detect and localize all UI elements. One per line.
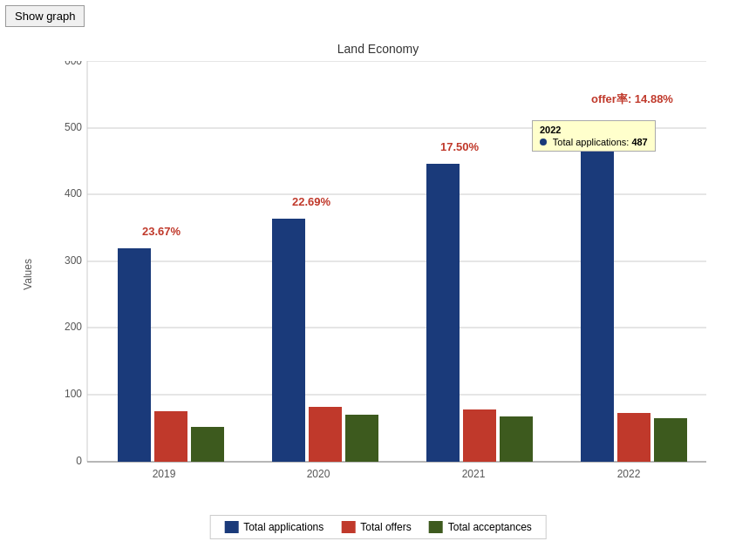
svg-text:2021: 2021 xyxy=(462,468,486,480)
bar-2020-applications xyxy=(272,219,305,462)
legend-label-offers: Total offers xyxy=(360,521,411,533)
svg-text:400: 400 xyxy=(65,187,82,200)
bar-2022-offers xyxy=(617,413,650,462)
svg-text:300: 300 xyxy=(65,254,82,267)
legend-item-applications: Total applications xyxy=(224,521,324,533)
svg-text:200: 200 xyxy=(65,321,82,333)
svg-text:2020: 2020 xyxy=(307,468,330,480)
bar-chart: 0 100 200 300 400 500 600 23.67% 2019 xyxy=(44,61,732,488)
svg-text:2019: 2019 xyxy=(153,468,176,480)
show-graph-button[interactable]: Show graph xyxy=(5,5,85,27)
bar-2021-offers xyxy=(463,409,496,462)
svg-text:17.50%: 17.50% xyxy=(440,140,480,153)
bar-2020-acceptances xyxy=(345,415,378,462)
bar-2020-offers xyxy=(309,407,342,462)
bar-2022-applications xyxy=(581,137,614,462)
legend-label-applications: Total applications xyxy=(243,521,324,533)
svg-text:22.69%: 22.69% xyxy=(292,195,331,208)
legend-color-acceptances xyxy=(429,521,443,533)
bar-2019-applications xyxy=(118,248,151,462)
legend-item-offers: Total offers xyxy=(341,521,411,533)
legend-color-applications xyxy=(224,521,238,533)
y-axis-label: Values xyxy=(22,259,34,290)
chart-title: Land Economy xyxy=(0,0,756,64)
bar-2021-applications xyxy=(426,164,460,462)
legend-color-offers xyxy=(341,521,355,533)
svg-text:500: 500 xyxy=(65,121,82,133)
bar-2019-acceptances xyxy=(191,427,224,462)
bar-2022-acceptances xyxy=(654,418,687,462)
legend-label-acceptances: Total acceptances xyxy=(448,521,532,533)
chart-legend: Total applications Total offers Total ac… xyxy=(209,515,547,539)
svg-text:0: 0 xyxy=(76,455,82,467)
svg-text:23.67%: 23.67% xyxy=(142,225,181,238)
bar-2021-acceptances xyxy=(500,416,533,462)
bar-2019-offers xyxy=(154,411,187,462)
svg-text:2022: 2022 xyxy=(617,468,641,480)
svg-text:600: 600 xyxy=(65,61,82,67)
svg-text:offer率:  14.88%: offer率: 14.88% xyxy=(591,92,673,105)
chart-container: Show graph Land Economy Values 0 100 200… xyxy=(0,0,756,548)
svg-text:100: 100 xyxy=(65,388,82,400)
legend-item-acceptances: Total acceptances xyxy=(429,521,532,533)
